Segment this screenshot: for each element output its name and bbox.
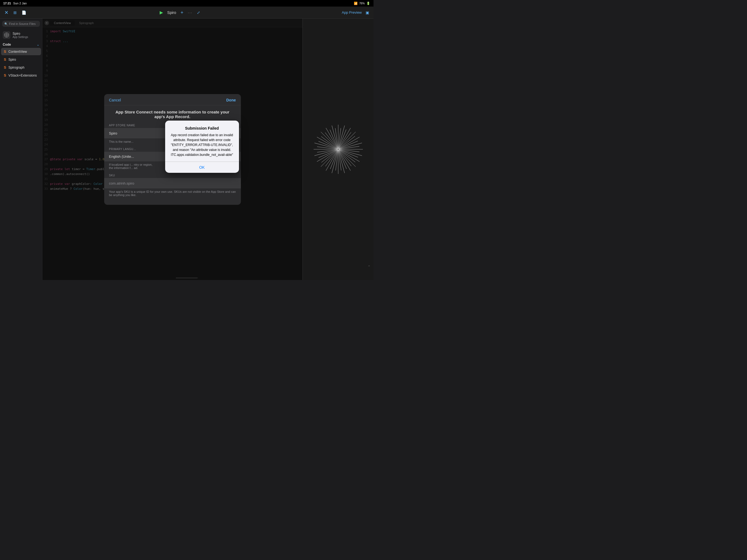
asc-sku-field[interactable]: com.atrinh.spiro (104, 178, 241, 188)
file-label-spiro: Spiro (8, 58, 16, 61)
project-icon (3, 31, 10, 39)
section-chevron-icon[interactable]: ⌄ (36, 43, 40, 47)
project-name: Spiro (12, 32, 28, 35)
asc-done-button[interactable]: Done (226, 98, 236, 102)
section-title: Code (3, 43, 11, 47)
search-icon: 🔍 (4, 22, 8, 25)
sidebar-item-spiro[interactable]: S Spiro (1, 56, 41, 63)
project-subtitle: App Settings (12, 35, 28, 39)
file-label-contentview: ContentView (8, 50, 27, 54)
app-store-connect-panel: Cancel Done App Store Connect needs some… (104, 94, 241, 205)
svg-point-28 (337, 149, 339, 150)
scroll-up-indicator[interactable]: ⌃ (367, 265, 371, 269)
spirograph-preview (311, 122, 366, 177)
section-header: Code ⌄ (0, 41, 42, 48)
status-time: 17:21 (3, 2, 11, 5)
app-preview-button[interactable]: App Preview (342, 10, 362, 15)
file-label-spirograph: Spirograph (8, 66, 25, 70)
sidebar-item-vstack[interactable]: S VStack+Extensions (1, 72, 41, 79)
status-date: Sun 2 Jan (13, 2, 27, 5)
sidebar-item-contentview[interactable]: S ContentView (1, 48, 41, 55)
preview-pane: ⌃ (302, 19, 374, 280)
add-button[interactable]: + (179, 9, 185, 16)
split-view-button[interactable]: ▣ (364, 10, 370, 15)
alert-ok-button[interactable]: OK (170, 162, 235, 173)
main-layout: 🔍 Find in Source Files Spiro App Setting… (0, 19, 374, 280)
resize-button[interactable]: ⤢ (196, 10, 201, 15)
project-item[interactable]: Spiro App Settings (0, 29, 42, 41)
battery-level: 76% (359, 2, 365, 5)
asc-panel-header: Cancel Done (104, 94, 241, 105)
swift-icon-contentview: S (4, 50, 6, 54)
close-panel-button[interactable]: ✕ (3, 9, 9, 16)
asc-name-value: Spiro (109, 131, 117, 135)
swift-icon-spiro: S (4, 57, 6, 61)
asc-sku-value: com.atrinh.spiro (109, 181, 134, 185)
panel-toggle-button[interactable]: ⊞ (12, 10, 18, 15)
swift-icon-vstack: S (4, 73, 6, 77)
asc-sku-hint: Your app's SKU is a unique ID for your o… (104, 188, 241, 198)
asc-panel-title: App Store Connect needs some information… (104, 105, 241, 121)
file-label-vstack: VStack+Extensions (8, 74, 37, 77)
file-button[interactable]: 📄 (21, 10, 27, 15)
asc-cancel-button[interactable]: Cancel (109, 98, 121, 102)
more-options-dots: ··· (188, 10, 193, 15)
sidebar-item-spirograph[interactable]: S Spirograph (1, 64, 41, 71)
swift-icon-spirograph: S (4, 65, 6, 70)
project-title: Spiro (168, 10, 176, 15)
run-button[interactable]: ▶ (159, 10, 164, 15)
alert-title: Submission Failed (170, 126, 235, 130)
search-placeholder: Find in Source Files (9, 22, 35, 25)
modal-overlay: Cancel Done App Store Connect needs some… (42, 19, 302, 280)
search-bar[interactable]: 🔍 Find in Source Files (2, 21, 40, 27)
submission-failed-alert: Submission Failed App record creation fa… (165, 121, 239, 173)
editor-area: ✕ ContentView Spirograph 1 import SwiftU… (42, 19, 302, 280)
main-toolbar: ✕ ⊞ 📄 ▶ Spiro + ··· ⤢ App Preview ▣ (0, 6, 374, 19)
wifi-icon: 📶 (354, 2, 358, 5)
battery-icon: 🔋 (366, 2, 370, 5)
sidebar: 🔍 Find in Source Files Spiro App Setting… (0, 19, 42, 280)
asc-lang-value: English (Unite... (109, 154, 134, 159)
status-bar: 17:21 Sun 2 Jan 📶 76% 🔋 (0, 0, 374, 6)
alert-message: App record creation failed due to an inv… (170, 133, 235, 157)
